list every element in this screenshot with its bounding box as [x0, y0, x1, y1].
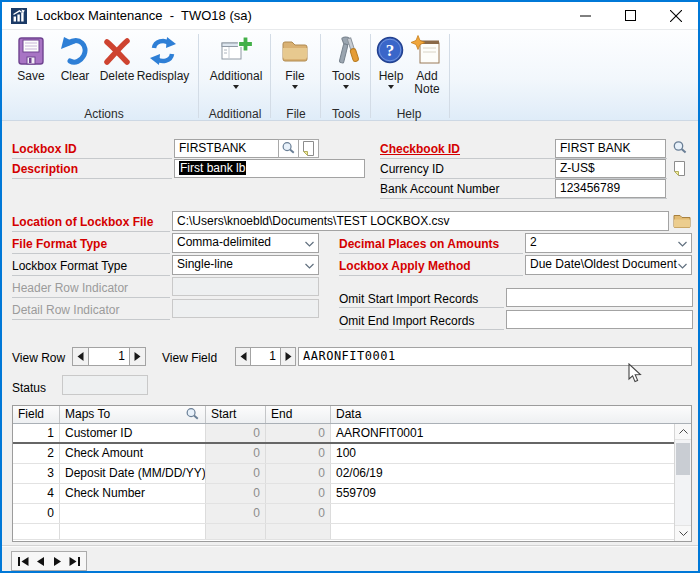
lookup-magnifier-icon[interactable] [185, 407, 200, 422]
checkbook-id-field[interactable]: FIRST BANK [555, 139, 666, 158]
chevron-down-icon [679, 531, 688, 536]
add-note-button[interactable]: Add Note [409, 35, 445, 96]
start-cell[interactable]: 0 [206, 484, 266, 503]
apply-method-dropdown[interactable]: Due Date\Oldest Document [525, 255, 692, 275]
omit-start-field[interactable] [506, 288, 693, 307]
currency-note-button[interactable] [670, 159, 689, 178]
lockbox-format-type-dropdown[interactable]: Single-line [172, 255, 319, 275]
table-row[interactable]: 3Deposit Date (MM/DD/YY)0002/06/19 [13, 464, 674, 484]
end-cell[interactable]: 0 [266, 424, 331, 442]
view-row-label: View Row [12, 350, 65, 366]
data-cell[interactable]: 100 [331, 444, 674, 463]
column-header-maps-to[interactable]: Maps To [60, 406, 206, 423]
row-number-cell[interactable]: 0 [13, 504, 60, 523]
maps-to-cell[interactable]: Check Amount [60, 444, 206, 463]
description-field[interactable]: First bank lb [174, 159, 365, 178]
data-cell[interactable] [331, 504, 674, 523]
omit-start-label: Omit Start Import Records [339, 291, 478, 307]
table-row[interactable]: 000 [13, 504, 674, 524]
help-menu-button[interactable]: ? Help [373, 35, 409, 89]
view-field-prev-button[interactable] [235, 347, 251, 366]
status-bar-separator [2, 545, 698, 546]
ribbon-divider [370, 34, 371, 118]
view-field-next-button[interactable] [280, 347, 296, 366]
table-row[interactable]: 4Check Number00559709 [13, 484, 674, 504]
start-cell[interactable]: 0 [206, 504, 266, 523]
row-number-cell[interactable]: 3 [13, 464, 60, 483]
end-cell[interactable]: 0 [266, 464, 331, 483]
column-header-field[interactable]: Field [13, 406, 60, 423]
end-cell[interactable]: 0 [266, 444, 331, 463]
end-cell[interactable]: 0 [266, 484, 331, 503]
grid-body: 1Customer ID00AARONFIT00012Check Amount0… [13, 424, 674, 541]
omit-end-field[interactable] [506, 310, 693, 329]
scrollbar-thumb[interactable] [676, 443, 690, 475]
scroll-up-button[interactable] [675, 424, 691, 440]
file-folder-icon [279, 35, 311, 67]
data-cell[interactable]: 559709 [331, 484, 674, 503]
row-separator [339, 253, 523, 254]
delete-button[interactable]: Delete [95, 35, 139, 83]
group-caption-additional: Additional [200, 107, 270, 121]
close-button[interactable] [653, 2, 698, 29]
location-field[interactable]: C:\Users\knoebld\Documents\TEST LOCKBOX.… [172, 211, 669, 231]
file-menu-button[interactable]: File [274, 35, 316, 89]
help-question-icon: ? [375, 35, 407, 67]
end-cell[interactable]: 0 [266, 504, 331, 523]
file-format-type-dropdown[interactable]: Comma-delimited [172, 233, 319, 253]
tools-wrench-icon [330, 35, 362, 67]
tools-menu-button[interactable]: Tools [324, 35, 368, 89]
data-cell[interactable]: 02/06/19 [331, 464, 674, 483]
delete-x-icon [101, 35, 133, 67]
row-number-cell[interactable]: 1 [13, 424, 60, 442]
mouse-cursor [628, 363, 642, 383]
view-row-prev-button[interactable] [72, 347, 89, 366]
additional-menu-button[interactable]: Additional [206, 35, 266, 89]
clear-button[interactable]: Clear [54, 35, 96, 83]
arrow-left-icon [240, 352, 247, 361]
column-header-end[interactable]: End [266, 406, 331, 423]
scroll-down-button[interactable] [675, 525, 691, 541]
maximize-button[interactable] [608, 2, 653, 29]
start-cell[interactable]: 0 [206, 424, 266, 442]
title-bar: Lockbox Maintenance - TWO18 (sa) [2, 2, 698, 30]
next-record-button[interactable] [51, 554, 65, 568]
dropdown-caret-icon [292, 85, 298, 89]
last-record-button[interactable] [68, 554, 82, 568]
redisplay-button[interactable]: Redisplay [134, 35, 192, 83]
column-header-data[interactable]: Data [331, 406, 691, 423]
decimal-places-dropdown[interactable]: 2 [525, 233, 692, 253]
currency-id-field: Z-US$ [555, 159, 666, 178]
checkbook-id-label[interactable]: Checkbook ID [380, 141, 460, 157]
lockbox-id-field[interactable]: FIRSTBANK [174, 139, 279, 158]
save-button[interactable]: Save [10, 35, 52, 83]
previous-record-button[interactable] [34, 554, 48, 568]
maximize-icon [625, 10, 636, 21]
maps-to-cell[interactable]: Customer ID [60, 424, 206, 442]
first-record-button[interactable] [17, 554, 31, 568]
minimize-button[interactable] [563, 2, 608, 29]
column-header-start[interactable]: Start [206, 406, 266, 423]
maps-to-cell[interactable] [60, 504, 206, 523]
start-cell[interactable]: 0 [206, 444, 266, 463]
checkbook-id-lookup-button[interactable] [669, 138, 690, 158]
lockbox-id-note-button[interactable] [298, 139, 319, 158]
table-row[interactable]: 2Check Amount00100 [13, 444, 674, 464]
row-number-cell[interactable]: 4 [13, 484, 60, 503]
table-row[interactable]: 1Customer ID00AARONFIT0001 [13, 424, 674, 444]
maps-to-cell[interactable]: Deposit Date (MM/DD/YY) [60, 464, 206, 483]
chevron-down-icon [305, 263, 314, 269]
row-number-cell[interactable]: 2 [13, 444, 60, 463]
lockbox-id-lookup-button[interactable] [278, 139, 299, 158]
browse-folder-button[interactable] [671, 210, 693, 231]
empty-cell [206, 524, 266, 539]
grid-scrollbar[interactable] [674, 424, 691, 541]
view-field-value[interactable]: 1 [250, 347, 281, 366]
status-label: Status [12, 380, 46, 396]
start-cell[interactable]: 0 [206, 464, 266, 483]
view-row-value[interactable]: 1 [88, 347, 130, 366]
data-cell[interactable]: AARONFIT0001 [331, 424, 674, 442]
maps-to-cell[interactable]: Check Number [60, 484, 206, 503]
header-row-indicator-field [172, 277, 319, 296]
view-row-next-button[interactable] [129, 347, 146, 366]
